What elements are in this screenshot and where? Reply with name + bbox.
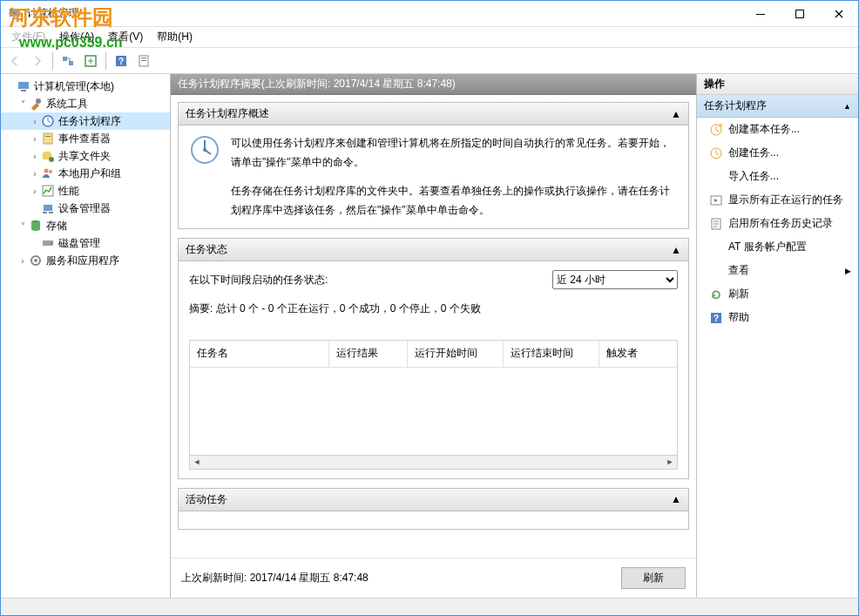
toolbar-refresh[interactable]	[80, 51, 101, 71]
menu-action[interactable]: 操作(A)	[52, 27, 101, 47]
tree-device-manager[interactable]: 设备管理器	[1, 200, 170, 217]
action-view-submenu[interactable]: 查看 ▶	[697, 259, 858, 282]
close-button[interactable]	[819, 1, 858, 27]
app-icon	[8, 7, 22, 21]
actions-group-label: 任务计划程序	[704, 98, 767, 113]
expand-icon[interactable]: ›	[29, 134, 41, 144]
users-icon	[41, 166, 55, 180]
svg-point-19	[49, 157, 54, 162]
window-title: 计算机管理	[27, 6, 741, 21]
refresh-button[interactable]: 刷新	[621, 567, 686, 589]
maximize-button[interactable]	[780, 1, 819, 27]
blank-icon	[709, 264, 723, 278]
toolbar-properties[interactable]	[133, 51, 154, 71]
collapse-toggle[interactable]: ▲	[843, 102, 851, 111]
svg-point-20	[44, 169, 49, 173]
expand-icon[interactable]: ›	[17, 256, 29, 266]
svg-point-21	[49, 170, 52, 173]
menu-file[interactable]: 文件(F)	[4, 27, 52, 47]
collapse-icon[interactable]: ˅	[17, 99, 29, 109]
tree-task-scheduler[interactable]: › 任务计划程序	[1, 112, 170, 130]
action-at-config[interactable]: AT 服务帐户配置	[697, 235, 858, 259]
table-body[interactable]	[190, 368, 677, 455]
th-result[interactable]: 运行结果	[329, 341, 408, 367]
action-label: 帮助	[728, 310, 749, 325]
statusbar	[1, 598, 858, 615]
expand-icon[interactable]: ›	[29, 169, 41, 179]
expand-icon[interactable]: ›	[29, 186, 41, 196]
tree-services-apps-label: 服务和应用程序	[46, 254, 119, 268]
th-trigger[interactable]: 触发者	[599, 341, 677, 367]
action-enable-history[interactable]: 启用所有任务历史记录	[697, 212, 858, 235]
footer-timestamp: 上次刷新时间: 2017/4/14 星期五 8:47:48	[181, 571, 369, 586]
toolbar: ?	[1, 48, 858, 74]
svg-point-34	[719, 124, 722, 127]
tree-task-scheduler-label: 任务计划程序	[58, 114, 121, 129]
tree-root[interactable]: 计算机管理(本地)	[1, 78, 170, 95]
collapse-toggle[interactable]: ▲	[671, 493, 681, 505]
action-show-running[interactable]: 显示所有正在运行的任务	[697, 188, 858, 212]
share-icon	[41, 149, 55, 163]
action-import-task[interactable]: 导入任务...	[697, 165, 858, 188]
actions-group-header[interactable]: 任务计划程序 ▲	[697, 95, 858, 118]
action-help[interactable]: ? 帮助	[697, 306, 858, 329]
navigation-tree[interactable]: 计算机管理(本地) ˅ 系统工具 › 任务计划程序 › 事件查看器 › 共享文件…	[1, 74, 171, 598]
tree-disk-mgmt[interactable]: 磁盘管理	[1, 234, 170, 252]
toolbar-help[interactable]: ?	[111, 51, 132, 71]
tree-services-apps[interactable]: › 服务和应用程序	[1, 252, 170, 269]
tree-storage-label: 存储	[46, 219, 67, 234]
table-header: 任务名 运行结果 运行开始时间 运行结束时间 触发者	[190, 341, 677, 368]
tree-event-viewer[interactable]: › 事件查看器	[1, 130, 170, 147]
minimize-button[interactable]	[741, 1, 780, 27]
svg-rect-11	[141, 60, 146, 61]
svg-rect-4	[63, 57, 67, 61]
action-label: 创建任务...	[728, 146, 779, 160]
toolbar-connect[interactable]	[57, 51, 78, 71]
collapse-toggle[interactable]: ▲	[671, 244, 681, 256]
tree-shared-folders[interactable]: › 共享文件夹	[1, 147, 170, 165]
task-icon	[709, 146, 723, 160]
storage-icon	[29, 219, 43, 233]
status-range-select[interactable]: 近 24 小时	[552, 270, 678, 289]
menu-help[interactable]: 帮助(H)	[150, 27, 200, 47]
status-title: 任务状态	[186, 242, 227, 257]
tree-local-users[interactable]: › 本地用户和组	[1, 165, 170, 182]
wizard-icon	[709, 123, 723, 137]
svg-point-30	[34, 259, 37, 262]
overview-text2: 任务存储在任务计划程序库的文件夹中。若要查看单独任务上的操作或执行该操作，请在任…	[231, 182, 678, 220]
th-name[interactable]: 任务名	[190, 341, 329, 367]
scroll-right-icon[interactable]: ►	[663, 455, 677, 469]
menu-view[interactable]: 查看(V)	[101, 27, 150, 47]
collapse-icon[interactable]: ˅	[17, 221, 29, 231]
tree-performance-label: 性能	[58, 184, 79, 199]
toolbar-separator-2	[105, 52, 106, 70]
menubar: 文件(F) 操作(A) 查看(V) 帮助(H)	[1, 27, 858, 48]
th-end[interactable]: 运行结束时间	[504, 341, 599, 367]
task-table: 任务名 运行结果 运行开始时间 运行结束时间 触发者 ◄ ►	[189, 340, 678, 470]
action-refresh[interactable]: 刷新	[697, 282, 858, 306]
action-label: 显示所有正在运行的任务	[728, 193, 843, 207]
expand-icon[interactable]: ›	[29, 152, 41, 161]
collapse-toggle[interactable]: ▲	[671, 108, 681, 120]
th-start[interactable]: 运行开始时间	[408, 341, 504, 367]
tree-system-tools-label: 系统工具	[46, 97, 88, 112]
tree-system-tools[interactable]: ˅ 系统工具	[1, 95, 170, 112]
back-button[interactable]	[4, 51, 25, 71]
svg-rect-1	[12, 17, 17, 19]
action-create-task[interactable]: 创建任务...	[697, 141, 858, 165]
tree-device-manager-label: 设备管理器	[58, 201, 111, 216]
status-section: 任务状态 ▲ 在以下时间段启动的任务状态: 近 24 小时 摘要: 总计 0 个…	[178, 238, 689, 478]
help-icon: ?	[709, 311, 723, 325]
scroll-left-icon[interactable]: ◄	[190, 455, 204, 469]
event-icon	[41, 132, 55, 146]
action-create-basic-task[interactable]: 创建基本任务...	[697, 118, 858, 141]
action-label: 导入任务...	[728, 169, 779, 184]
actions-header: 操作	[697, 74, 858, 95]
forward-button[interactable]	[27, 51, 48, 71]
svg-rect-0	[10, 9, 20, 17]
tree-performance[interactable]: › 性能	[1, 182, 170, 200]
tools-icon	[29, 97, 43, 111]
tree-storage[interactable]: ˅ 存储	[1, 217, 170, 234]
expand-icon[interactable]: ›	[29, 117, 41, 126]
horizontal-scrollbar[interactable]: ◄ ►	[190, 455, 677, 469]
